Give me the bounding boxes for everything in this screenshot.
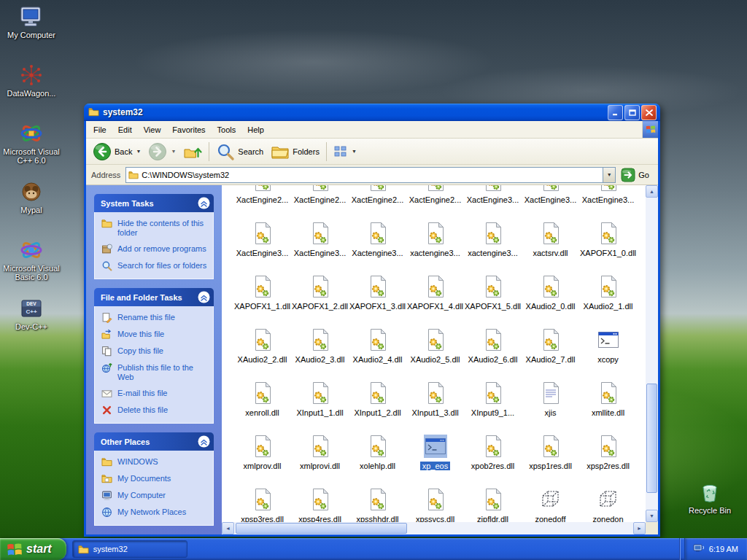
file-item-xactengine3[interactable]: xactengine3... [406, 219, 464, 272]
up-button[interactable] [179, 140, 206, 163]
file-item-zipfldr-dll[interactable]: zipfldr.dll [464, 485, 522, 522]
task-e-mail-this-file[interactable]: E-mail this file [101, 389, 209, 399]
file-item-xp-eos[interactable]: xp_eos [406, 432, 464, 485]
chevron-up-icon[interactable] [198, 291, 210, 303]
desktop-icon-microsoft-visual-basic-6-0[interactable]: Microsoft Visual Basic 6.0 [0, 238, 63, 296]
file-item-xaudio2-6-dll[interactable]: XAudio2_6.dll [464, 325, 522, 378]
task-copy-this-file[interactable]: Copy this file [101, 346, 209, 357]
taskbar-grip[interactable] [678, 538, 684, 560]
file-item-xactengine2[interactable]: XactEngine2... [349, 185, 406, 219]
task-my-computer[interactable]: My Computer [101, 491, 209, 501]
menu-help[interactable]: Help [241, 123, 270, 136]
file-item-xaudio2-1-dll[interactable]: XAudio2_1.dll [579, 272, 637, 325]
file-item-xmlprov-dll[interactable]: xmlprov.dll [233, 432, 291, 485]
search-button[interactable]: Search [212, 140, 267, 163]
desktop-icon-datawagon[interactable]: DataWagon... [0, 63, 63, 121]
address-input[interactable]: C:\WINDOWS\system32 ▼ [125, 167, 616, 183]
file-item-xactengine3[interactable]: XactEngine3... [579, 185, 637, 219]
desktop-icon-my-computer[interactable]: My Computer [0, 4, 63, 63]
vertical-scroll-track[interactable] [646, 198, 658, 510]
file-item-xactengine2[interactable]: XactEngine2... [406, 185, 464, 219]
file-item-xactsrv-dll[interactable]: xactsrv.dll [522, 219, 579, 272]
file-item-xactengine2[interactable]: XactEngine2... [233, 185, 291, 219]
window-titlebar[interactable]: system32 [84, 104, 660, 121]
file-item-xactengine3[interactable]: Xactengine3... [349, 219, 406, 272]
menu-edit[interactable]: Edit [112, 123, 138, 136]
task-my-documents[interactable]: My Documents [101, 474, 209, 484]
task-search-for-files-or-folders[interactable]: Search for files or folders [101, 261, 209, 271]
task-delete-this-file[interactable]: Delete this file [101, 405, 209, 416]
file-item-zonedon[interactable]: zonedon [579, 485, 637, 522]
file-item-xactengine3[interactable]: XactEngine3... [522, 185, 579, 219]
start-button[interactable]: start [0, 538, 66, 560]
file-item-xapofx1-3-dll[interactable]: XAPOFX1_3.dll [349, 272, 406, 325]
horizontal-scroll-track[interactable] [234, 522, 633, 534]
panel-header-system-tasks[interactable]: System Tasks [94, 194, 214, 212]
file-item-xaudio2-4-dll[interactable]: XAudio2_4.dll [349, 325, 406, 378]
file-item-xpsp2res-dll[interactable]: xpsp2res.dll [579, 432, 637, 485]
chevron-up-icon[interactable] [198, 435, 210, 448]
file-item-xmlprovi-dll[interactable]: xmlprovi.dll [291, 432, 349, 485]
file-item-xactengine3[interactable]: XactEngine3... [233, 219, 291, 272]
file-item-xinput1-1-dll[interactable]: XInput1_1.dll [291, 378, 349, 432]
file-item-xaudio2-3-dll[interactable]: XAudio2_3.dll [291, 325, 349, 378]
menu-tools[interactable]: Tools [212, 123, 242, 136]
file-item-xapofx1-1-dll[interactable]: XAPOFX1_1.dll [233, 272, 291, 325]
scroll-up-arrow[interactable]: ▲ [646, 185, 658, 198]
desktop-icon-microsoft-visual-c-6-0[interactable]: Microsoft Visual C++ 6.0 [0, 121, 63, 179]
task-move-this-file[interactable]: Move this file [101, 330, 209, 340]
file-item-zonedoff[interactable]: zonedoff [522, 485, 579, 522]
close-button[interactable] [641, 105, 657, 120]
go-button[interactable]: Go [621, 168, 649, 182]
views-dropdown-caret[interactable]: ▼ [352, 149, 357, 154]
file-item-xinput1-2-dll[interactable]: XInput1_2.dll [349, 378, 406, 432]
file-item-xinput1-3-dll[interactable]: XInput1_3.dll [406, 378, 464, 432]
forward-dropdown-caret[interactable]: ▼ [171, 149, 176, 154]
file-item-xpob2res-dll[interactable]: xpob2res.dll [464, 432, 522, 485]
file-item-xaudio2-2-dll[interactable]: XAudio2_2.dll [233, 325, 291, 378]
vertical-scroll-thumb[interactable] [646, 384, 657, 493]
desktop-icon-recycle-bin[interactable]: Recycle Bin [678, 480, 741, 538]
file-item-xapofx1-5-dll[interactable]: XAPOFX1_5.dll [464, 272, 522, 325]
tray-network-icon[interactable] [693, 544, 705, 554]
file-item-xcopy[interactable]: xcopy [579, 325, 637, 378]
task-hide-the-contents-of-this-folder[interactable]: Hide the contents of this folder [101, 219, 209, 238]
file-item-xactengine3[interactable]: XactEngine3... [464, 185, 522, 219]
forward-button[interactable]: ▼ [144, 140, 179, 163]
address-dropdown-button[interactable]: ▼ [603, 168, 615, 182]
file-item-xapofx1-0-dll[interactable]: XAPOFX1_0.dll [579, 219, 637, 272]
file-item-xpsp1res-dll[interactable]: xpsp1res.dll [522, 432, 579, 485]
file-item-xaudio2-0-dll[interactable]: XAudio2_0.dll [522, 272, 579, 325]
scroll-down-arrow[interactable]: ▼ [646, 510, 658, 522]
file-item-xolehlp-dll[interactable]: xolehlp.dll [349, 432, 406, 485]
scroll-right-arrow[interactable]: ► [633, 522, 646, 534]
taskbar-task-system32[interactable]: system32 [72, 540, 187, 558]
panel-header-file-and-folder-tasks[interactable]: File and Folder Tasks [94, 288, 214, 306]
vertical-scrollbar[interactable]: ▲ ▼ [646, 185, 658, 534]
task-publish-this-file-to-the-web[interactable]: Publish this file to the Web [101, 363, 209, 382]
back-button[interactable]: Back ▼ [89, 140, 144, 163]
menu-favorites[interactable]: Favorites [166, 123, 211, 136]
file-item-xpsshhdr-dll[interactable]: xpsshhdr.dll [349, 485, 406, 522]
file-item-xapofx1-4-dll[interactable]: XAPOFX1_4.dll [406, 272, 464, 325]
maximize-button[interactable] [624, 105, 640, 120]
file-item-xpsp4res-dll[interactable]: xpsp4res.dll [291, 485, 349, 522]
minimize-button[interactable] [608, 105, 623, 120]
horizontal-scrollbar[interactable]: ◄ ► [222, 522, 646, 534]
folders-button[interactable]: Folders [267, 140, 323, 163]
horizontal-scroll-thumb[interactable] [236, 523, 407, 534]
task-add-or-remove-programs[interactable]: Add or remove programs [101, 244, 209, 254]
file-item-xactengine3[interactable]: XactEngine3... [291, 219, 349, 272]
file-item-xenroll-dll[interactable]: xenroll.dll [233, 378, 291, 432]
back-dropdown-caret[interactable]: ▼ [136, 149, 141, 154]
panel-header-other-places[interactable]: Other Places [94, 432, 214, 451]
file-item-xjis[interactable]: xjis [522, 378, 579, 432]
file-item-xactengine2[interactable]: XactEngine2... [291, 185, 349, 219]
menu-view[interactable]: View [138, 123, 167, 136]
menu-file[interactable]: File [88, 123, 112, 136]
task-windows[interactable]: WINDOWS [101, 457, 209, 467]
file-item-xaudio2-7-dll[interactable]: XAudio2_7.dll [522, 325, 579, 378]
desktop-icon-dev-c[interactable]: DEVC++ Dev-C++ [0, 296, 63, 354]
file-item-xaudio2-5-dll[interactable]: XAudio2_5.dll [406, 325, 464, 378]
chevron-up-icon[interactable] [198, 197, 210, 209]
